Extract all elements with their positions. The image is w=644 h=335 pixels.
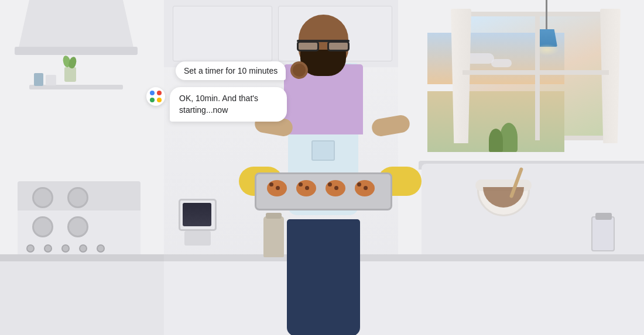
nest-hub-display bbox=[183, 203, 211, 226]
burner-4 bbox=[67, 216, 88, 237]
dot-red bbox=[157, 91, 162, 95]
user-message-text: Set a timer for 10 minutes bbox=[176, 61, 286, 80]
curtain-right bbox=[600, 9, 621, 143]
range-hood bbox=[18, 0, 135, 53]
cloud-2 bbox=[491, 59, 512, 67]
assistant-icon bbox=[146, 87, 165, 106]
plant-leaves bbox=[59, 56, 82, 70]
lamp-cord bbox=[546, 0, 547, 32]
cookie-2 bbox=[296, 180, 316, 196]
character-apron-pocket bbox=[311, 140, 335, 161]
baking-tray bbox=[255, 172, 392, 210]
burner-2 bbox=[67, 187, 88, 208]
counter-left-edge bbox=[0, 254, 164, 261]
chat-overlay: Set a timer for 10 minutes OK, 10min. An… bbox=[146, 61, 308, 122]
knob-3 bbox=[61, 244, 70, 253]
counter-right bbox=[398, 257, 644, 335]
tree-2 bbox=[489, 129, 503, 152]
user-chat-bubble: Set a timer for 10 minutes bbox=[176, 61, 308, 80]
glass-lens-left bbox=[297, 41, 319, 51]
window-ground bbox=[427, 91, 564, 152]
avatar-face bbox=[293, 64, 306, 77]
character-pants bbox=[287, 219, 360, 335]
container-white bbox=[46, 75, 56, 85]
jar-right bbox=[591, 216, 615, 251]
window-frame-vertical bbox=[535, 12, 540, 140]
range-hood-bottom bbox=[15, 47, 138, 55]
kitchen-scene: Set a timer for 10 minutes OK, 10min. An… bbox=[0, 0, 644, 335]
dot-blue bbox=[150, 91, 155, 95]
cookie-4 bbox=[355, 180, 375, 196]
character-glasses bbox=[294, 40, 352, 53]
curtain-left bbox=[451, 9, 471, 143]
container-blue bbox=[34, 73, 43, 86]
google-nest-hub bbox=[179, 199, 217, 246]
assistant-chat-bubble: OK, 10min. And that's starting...now bbox=[146, 87, 308, 122]
nest-hub-screen bbox=[179, 199, 217, 231]
nest-hub-base bbox=[184, 231, 211, 246]
burner-3 bbox=[32, 216, 53, 237]
nest-hub-content bbox=[183, 203, 211, 226]
knob-5 bbox=[97, 244, 105, 253]
cookie-1 bbox=[267, 180, 287, 196]
knob-2 bbox=[44, 244, 52, 253]
burner-1 bbox=[32, 187, 53, 208]
knob-1 bbox=[26, 244, 35, 253]
counter-left bbox=[0, 257, 164, 335]
character-arm-right bbox=[371, 114, 411, 138]
google-assistant-dots-icon bbox=[150, 91, 162, 102]
knob-4 bbox=[79, 244, 87, 253]
dot-green bbox=[150, 98, 155, 102]
character-illustration bbox=[222, 0, 422, 335]
kitchen-shelf bbox=[29, 85, 123, 89]
glass-lens-right bbox=[327, 41, 350, 51]
cookie-3 bbox=[326, 180, 345, 196]
user-avatar bbox=[290, 61, 308, 79]
dot-yellow bbox=[157, 98, 162, 102]
counter-right-edge bbox=[398, 254, 644, 261]
assistant-message-text: OK, 10min. And that's starting...now bbox=[170, 87, 287, 122]
